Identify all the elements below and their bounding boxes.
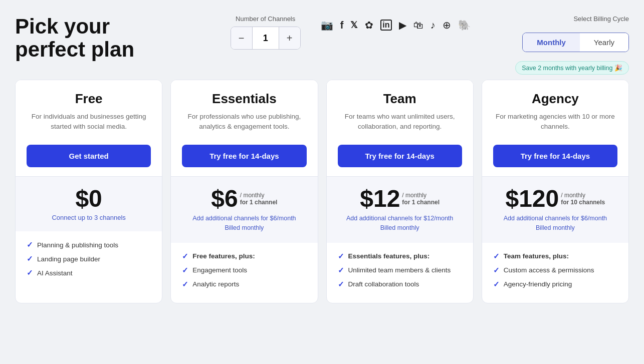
plan-note2-team: Billed monthly	[338, 223, 462, 233]
linkedin-icon: in	[380, 20, 391, 31]
plan-price-team: $12	[360, 187, 400, 211]
feature-item: ✓ Team features, plus:	[493, 252, 617, 261]
plan-price-per-team: / monthly	[402, 192, 426, 199]
plan-top-essentials: Essentials For professionals who use pub…	[171, 80, 317, 176]
feature-item: ✓ Free features, plus:	[182, 252, 306, 261]
plan-card-team: Team For teams who want unlimited users,…	[326, 80, 474, 303]
plan-desc-team: For teams who want unlimited users, coll…	[338, 112, 462, 136]
plan-pricing-team: $12 / monthly for 1 channel Add addition…	[327, 176, 473, 243]
plans-grid: Free For individuals and businesses gett…	[15, 80, 629, 303]
plan-cta-agency[interactable]: Try free for 14-days	[493, 145, 617, 167]
feature-text: Unlimited team members & clients	[348, 266, 451, 274]
plan-desc-essentials: For professionals who use publishing, an…	[182, 112, 306, 136]
plan-price-details-agency: / monthly for 10 channels	[561, 187, 605, 206]
check-icon: ✓	[338, 280, 344, 289]
feature-item: ✓ Planning & publishing tools	[27, 240, 151, 249]
plan-pricing-agency: $120 / monthly for 10 channels Add addit…	[482, 176, 628, 243]
check-icon: ✓	[27, 254, 33, 263]
youtube-icon: ▶	[399, 19, 406, 31]
pinterest-icon: ✿	[365, 19, 373, 31]
plan-price-per-essentials: / monthly	[240, 192, 265, 199]
plan-features-free: ✓ Planning & publishing tools ✓ Landing …	[16, 231, 162, 303]
channels-section: Number of Channels − +	[231, 15, 301, 50]
plan-top-team: Team For teams who want unlimited users,…	[327, 80, 473, 176]
channel-stepper: − +	[231, 27, 301, 50]
plan-features-team: ✓ Essentials features, plus: ✓ Unlimited…	[327, 243, 473, 303]
plan-desc-agency: For marketing agencies with 10 or more c…	[493, 112, 617, 136]
feature-item: ✓ Landing page builder	[27, 254, 151, 263]
feature-text: Landing page builder	[37, 255, 100, 263]
plan-note1-essentials: Add additional channels for $6/month	[182, 214, 306, 223]
channel-decrement-button[interactable]: −	[231, 27, 252, 49]
plan-card-free: Free For individuals and businesses gett…	[15, 80, 162, 303]
feature-item: ✓ Agency-friendly pricing	[493, 280, 617, 289]
feature-item: ✓ AI Assistant	[27, 268, 151, 277]
plan-cta-team[interactable]: Try free for 14-days	[338, 145, 462, 167]
plan-name-team: Team	[338, 91, 462, 107]
tiktok-icon: ♪	[431, 20, 436, 31]
channels-label: Number of Channels	[236, 15, 295, 23]
billing-monthly-button[interactable]: Monthly	[523, 33, 580, 52]
plan-note-free: Connect up to 3 channels	[27, 214, 151, 221]
billing-yearly-button[interactable]: Yearly	[580, 33, 628, 52]
plan-name-essentials: Essentials	[182, 91, 306, 107]
plan-pricing-essentials: $6 / monthly for 1 channel Add additiona…	[171, 176, 317, 243]
plan-cta-free[interactable]: Get started	[27, 145, 151, 167]
check-icon: ✓	[182, 252, 188, 261]
feature-item: ✓ Engagement tools	[182, 266, 306, 275]
feature-text: Essentials features, plus:	[348, 252, 430, 260]
plan-note1-agency: Add additional channels for $6/month	[493, 214, 617, 223]
feature-item: ✓ Analytic reports	[182, 280, 306, 289]
middle-controls: Number of Channels − + 📷 f 𝕏 ✿ in ▶ 🛍 ♪ …	[231, 15, 471, 50]
plan-cta-essentials[interactable]: Try free for 14-days	[182, 145, 306, 167]
billing-section: Select Billing Cycle Monthly Yearly Save…	[515, 15, 629, 75]
channel-value-input[interactable]	[252, 27, 279, 49]
check-icon: ✓	[27, 268, 33, 277]
plan-features-essentials: ✓ Free features, plus: ✓ Engagement tool…	[171, 243, 317, 303]
feature-text: AI Assistant	[37, 269, 73, 277]
plan-price-channel-agency: for 10 channels	[561, 199, 605, 206]
facebook-icon: f	[340, 20, 344, 31]
billing-toggle: Monthly Yearly	[522, 33, 629, 52]
feature-text: Planning & publishing tools	[37, 241, 118, 249]
feature-text: Draft collaboration tools	[348, 280, 419, 288]
channel-increment-button[interactable]: +	[279, 27, 300, 49]
check-icon: ✓	[27, 240, 33, 249]
feature-text: Engagement tools	[192, 266, 247, 274]
check-icon: ✓	[182, 266, 188, 275]
plan-desc-free: For individuals and businesses getting s…	[27, 112, 151, 136]
check-icon: ✓	[493, 280, 500, 289]
mastodon-icon: 🐘	[458, 19, 471, 31]
check-icon: ✓	[493, 266, 500, 275]
plan-price-details-essentials: / monthly for 1 channel	[240, 187, 278, 206]
plan-note2-essentials: Billed monthly	[182, 223, 306, 233]
plan-price-channel-essentials: for 1 channel	[240, 199, 278, 206]
feature-text: Team features, plus:	[504, 252, 569, 260]
page-title: Pick your perfect plan	[15, 15, 185, 61]
feature-item: ✓ Unlimited team members & clients	[338, 266, 462, 275]
plan-name-agency: Agency	[493, 91, 617, 107]
plan-pricing-free: $0 Connect up to 3 channels	[16, 176, 162, 231]
header-row: Pick your perfect plan Number of Channel…	[15, 15, 629, 75]
feature-text: Agency-friendly pricing	[504, 280, 572, 288]
plan-note1-team: Add additional channels for $12/month	[338, 214, 462, 223]
feature-item: ✓ Custom access & permissions	[493, 266, 617, 275]
plan-card-agency: Agency For marketing agencies with 10 or…	[482, 80, 629, 303]
feature-text: Free features, plus:	[192, 252, 255, 260]
check-icon: ✓	[338, 266, 344, 275]
plan-note2-agency: Billed monthly	[493, 223, 617, 233]
feature-item: ✓ Draft collaboration tools	[338, 280, 462, 289]
plan-price-agency: $120	[505, 187, 559, 211]
plan-price-essentials: $6	[211, 187, 238, 211]
plan-card-essentials: Essentials For professionals who use pub…	[170, 80, 318, 303]
billing-label: Select Billing Cycle	[573, 15, 629, 23]
save-badge: Save 2 months with yearly billing 🎉	[515, 61, 629, 75]
feature-text: Analytic reports	[192, 280, 239, 288]
instagram-icon: 📷	[321, 19, 333, 31]
plan-features-agency: ✓ Team features, plus: ✓ Custom access &…	[482, 243, 628, 303]
threads-icon: ⊕	[443, 19, 451, 31]
plan-price-free: $0	[75, 187, 102, 211]
check-icon: ✓	[182, 280, 188, 289]
plan-top-free: Free For individuals and businesses gett…	[16, 80, 162, 176]
shopify-icon: 🛍	[413, 20, 423, 31]
